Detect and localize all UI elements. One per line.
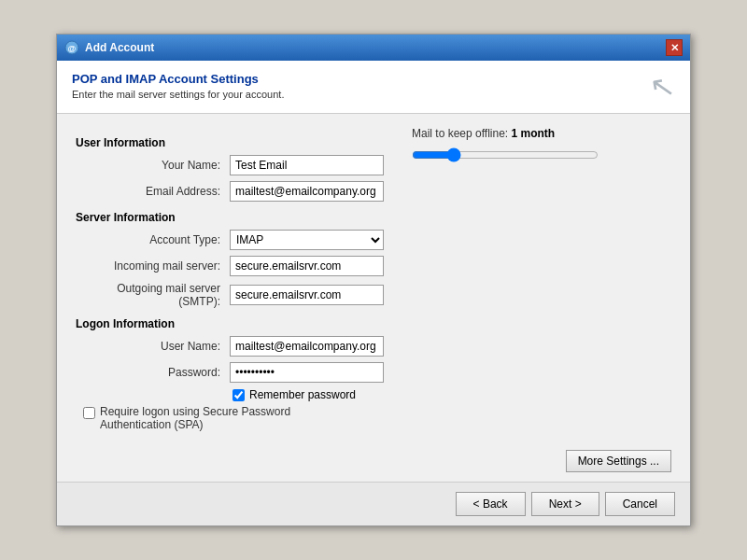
password-input[interactable] bbox=[230, 362, 384, 383]
your-name-row: Your Name: bbox=[76, 155, 384, 175]
outgoing-server-row: Outgoing mail server (SMTP): bbox=[76, 282, 384, 308]
password-row: Password: bbox=[76, 362, 384, 383]
footer: < Back Next > Cancel bbox=[57, 482, 690, 525]
title-bar: @ Add Account ✕ bbox=[57, 35, 690, 61]
email-address-row: Email Address: bbox=[76, 181, 384, 202]
outgoing-server-label: Outgoing mail server (SMTP): bbox=[76, 282, 230, 308]
svg-text:@: @ bbox=[68, 44, 77, 53]
username-label: User Name: bbox=[76, 340, 230, 353]
offline-value: 1 month bbox=[512, 127, 556, 140]
right-panel: Mail to keep offline: 1 month bbox=[402, 127, 671, 405]
title-bar-left: @ Add Account bbox=[64, 40, 154, 55]
account-type-select[interactable]: IMAP POP3 bbox=[230, 230, 384, 250]
content-area: User Information Your Name: Email Addres… bbox=[57, 114, 690, 450]
header-section: POP and IMAP Account Settings Enter the … bbox=[57, 61, 690, 114]
offline-slider[interactable] bbox=[412, 147, 599, 162]
remember-password-checkbox[interactable] bbox=[233, 389, 245, 401]
more-settings-button[interactable]: More Settings ... bbox=[566, 450, 671, 472]
incoming-server-input[interactable] bbox=[230, 256, 384, 276]
window-icon: @ bbox=[64, 40, 79, 55]
add-account-window: @ Add Account ✕ POP and IMAP Account Set… bbox=[56, 34, 691, 526]
username-input[interactable] bbox=[230, 336, 384, 357]
window-title: Add Account bbox=[85, 41, 154, 54]
your-name-input[interactable] bbox=[230, 155, 384, 175]
main-layout: User Information Your Name: Email Addres… bbox=[76, 127, 671, 405]
offline-label: Mail to keep offline: 1 month bbox=[412, 127, 671, 140]
header-text: POP and IMAP Account Settings Enter the … bbox=[72, 72, 284, 100]
slider-container bbox=[412, 147, 671, 162]
email-address-label: Email Address: bbox=[76, 185, 230, 198]
remember-password-row: Remember password bbox=[233, 388, 384, 401]
username-row: User Name: bbox=[76, 336, 384, 357]
logon-info-label: Logon Information bbox=[76, 317, 384, 330]
spa-checkbox[interactable] bbox=[83, 407, 95, 419]
bottom-area: More Settings ... bbox=[57, 450, 690, 482]
cancel-button[interactable]: Cancel bbox=[605, 492, 675, 516]
password-label: Password: bbox=[76, 366, 230, 379]
incoming-server-label: Incoming mail server: bbox=[76, 259, 230, 273]
user-info-label: User Information bbox=[76, 136, 384, 149]
next-button[interactable]: Next > bbox=[531, 492, 599, 516]
spa-row: Require logon using Secure Password Auth… bbox=[83, 405, 671, 431]
spa-label: Require logon using Secure Password Auth… bbox=[100, 405, 343, 431]
remember-password-label: Remember password bbox=[249, 388, 356, 401]
email-address-input[interactable] bbox=[230, 181, 384, 202]
server-info-label: Server Information bbox=[76, 211, 384, 224]
back-button[interactable]: < Back bbox=[456, 492, 526, 516]
your-name-label: Your Name: bbox=[76, 159, 230, 172]
account-type-label: Account Type: bbox=[76, 233, 230, 246]
cursor-icon: ↖ bbox=[647, 70, 677, 104]
incoming-server-row: Incoming mail server: bbox=[76, 256, 384, 276]
header-title: POP and IMAP Account Settings bbox=[72, 72, 284, 86]
account-type-row: Account Type: IMAP POP3 bbox=[76, 230, 384, 250]
header-subtitle: Enter the mail server settings for your … bbox=[72, 89, 284, 100]
left-form: User Information Your Name: Email Addres… bbox=[76, 127, 384, 405]
close-button[interactable]: ✕ bbox=[666, 39, 683, 56]
outgoing-server-input[interactable] bbox=[230, 285, 384, 305]
